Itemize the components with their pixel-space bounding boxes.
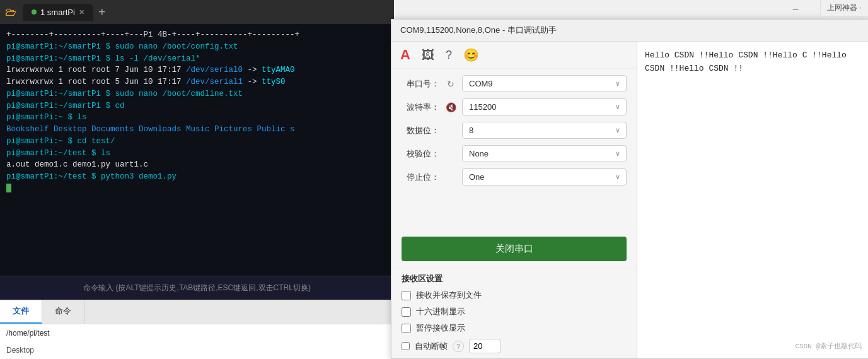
image-icon[interactable]: 🖼 xyxy=(422,48,434,62)
serial-left-panel: A 🖼 ? 😊 串口号： ↻ COM9 波特 xyxy=(391,42,637,358)
font-icon[interactable]: A xyxy=(400,47,410,63)
receive-title: 接收区设置 xyxy=(402,273,627,285)
terminal-window: 🗁 1 smartPi ✕ + +--------+----------+---… xyxy=(0,0,394,359)
top-right-label: 上网神器 · xyxy=(820,0,868,16)
terminal-line: a.out demo1.c demo1.py uart1.c xyxy=(6,159,388,171)
checkbox-pause[interactable] xyxy=(402,324,411,333)
file-path-text: /home/pi/test xyxy=(6,329,50,338)
checkbox-hex[interactable] xyxy=(402,307,411,317)
save-file-label: 接收并保存到文件 xyxy=(416,290,482,301)
serial-toolbar: A 🖼 ? 😊 xyxy=(391,42,637,69)
tab-files[interactable]: 文件 xyxy=(0,300,42,324)
terminal-line: lrwxrwxrwx 1 root root 5 Jun 10 17:17 /d… xyxy=(6,76,388,88)
desktop-row: Desktop xyxy=(0,341,394,359)
serial-title: COM9,115200,None,8,One - 串口调试助手 xyxy=(400,25,557,36)
terminal-line: lrwxrwxrwx 1 root root 7 Jun 10 17:17 /d… xyxy=(6,64,388,76)
checkbox-save-file[interactable] xyxy=(402,291,411,300)
add-tab-button[interactable]: + xyxy=(98,5,106,20)
file-path-bar: /home/pi/test xyxy=(0,324,394,341)
help-icon[interactable]: ? xyxy=(446,49,452,62)
stopbits-select-wrapper: One xyxy=(462,168,627,185)
autoframe-label: 自动断帧 xyxy=(415,341,448,352)
terminal-tab-active[interactable]: 1 smartPi ✕ xyxy=(23,4,93,21)
tab-commands[interactable]: 命令 xyxy=(42,300,84,324)
refresh-icon[interactable]: ↻ xyxy=(444,79,457,89)
terminal-line: +--------+----------+----+---Pi 4B-+----… xyxy=(6,29,388,41)
autoframe-row: 自动断帧 ? xyxy=(402,339,627,353)
desktop-item: Desktop xyxy=(6,346,34,355)
port-label: 串口号： xyxy=(402,78,439,90)
serial-dialog: COM9,115200,None,8,One - 串口调试助手 A 🖼 ? 😊 … xyxy=(391,19,868,359)
parity-label: 校验位： xyxy=(402,148,439,160)
receive-section: 接收区设置 接收并保存到文件 十六进制显示 暂停接收显示 自动断帧 ? xyxy=(391,268,637,358)
terminal-cursor xyxy=(6,184,11,192)
serial-output-panel: Hello CSDN !!Hello CSDN !!Hello C !!Hell… xyxy=(637,42,868,358)
window-controls: ─ □ ✕ 上网神器 · xyxy=(781,0,868,19)
stopbits-row: 停止位： One xyxy=(402,168,627,185)
baud-label: 波特率： xyxy=(402,102,439,113)
terminal-line: pi@smartPi:~ $ ls xyxy=(6,112,388,124)
terminal-line: pi@smartPi:~/smartPi $ sudo nano /boot/c… xyxy=(6,88,388,100)
tab-dot xyxy=(32,9,37,15)
serial-body: A 🖼 ? 😊 串口号： ↻ COM9 波特 xyxy=(391,42,868,358)
parity-select-wrapper: None xyxy=(462,145,627,162)
bottom-tab-bar: 文件 命令 xyxy=(0,300,394,324)
databits-select-wrapper: 8 xyxy=(462,122,627,139)
terminal-line: pi@smartPi:~ $ cd test/ xyxy=(6,136,388,148)
hex-label: 十六进制显示 xyxy=(416,306,465,317)
databits-label: 数据位： xyxy=(402,125,439,136)
terminal-tab-bar: 🗁 1 smartPi ✕ + xyxy=(0,0,394,24)
port-select[interactable]: COM9 xyxy=(462,75,627,92)
baud-select-wrapper: 115200 xyxy=(462,98,627,115)
checkbox-pause-receive: 暂停接收显示 xyxy=(402,322,627,334)
databits-row: 数据位： 8 xyxy=(402,122,627,139)
terminal-line: pi@smartPi:~/test $ ls xyxy=(6,148,388,160)
tab-close-icon[interactable]: ✕ xyxy=(79,8,84,16)
checkbox-save-to-file: 接收并保存到文件 xyxy=(402,290,627,301)
parity-select[interactable]: None xyxy=(462,145,627,162)
watermark: CSDN @索子也敲代码 xyxy=(795,341,862,351)
close-port-button[interactable]: 关闭串口 xyxy=(402,237,627,261)
cmd-input-hint: 命令输入 (按ALT键提示历史,TAB键路径,ESC键返回,双击CTRL切换) xyxy=(83,283,311,292)
terminal-line: pi@smartPi:~/test $ python3 demo1.py xyxy=(6,171,388,183)
port-select-wrapper: COM9 xyxy=(462,75,627,92)
terminal-line: Bookshelf Desktop Documents Downloads Mu… xyxy=(6,124,388,136)
terminal-tab-label: 1 smartPi xyxy=(40,8,75,17)
terminal-line: pi@smartPi:~/smartPi $ cd xyxy=(6,100,388,112)
serial-title-bar: COM9,115200,None,8,One - 串口调试助手 xyxy=(391,20,868,42)
terminal-body[interactable]: +--------+----------+----+---Pi 4B-+----… xyxy=(0,24,394,276)
pause-label: 暂停接收显示 xyxy=(416,322,465,334)
mute-icon: 🔇 xyxy=(444,102,457,112)
serial-output-text: Hello CSDN !!Hello CSDN !!Hello C !!Hell… xyxy=(645,49,862,341)
terminal-line: pi@smartPi:~/smartPi $ sudo nano /boot/c… xyxy=(6,41,388,53)
minimize-button[interactable]: ─ xyxy=(781,0,810,19)
databits-select[interactable]: 8 xyxy=(462,122,627,139)
terminal-cursor-line xyxy=(6,183,388,195)
stopbits-label: 停止位： xyxy=(402,172,439,183)
autoframe-input[interactable] xyxy=(469,339,501,353)
parity-row: 校验位： None xyxy=(402,145,627,162)
cmd-input-bar: 命令输入 (按ALT键提示历史,TAB键路径,ESC键返回,双击CTRL切换) xyxy=(0,276,394,300)
stopbits-select[interactable]: One xyxy=(462,168,627,185)
baud-row: 波特率： 🔇 115200 xyxy=(402,98,627,115)
autoframe-help-icon[interactable]: ? xyxy=(453,341,464,352)
checkbox-autoframe[interactable] xyxy=(402,342,410,350)
baud-select[interactable]: 115200 xyxy=(462,98,627,115)
folder-icon: 🗁 xyxy=(5,6,16,19)
emoji-icon[interactable]: 😊 xyxy=(463,47,479,62)
port-row: 串口号： ↻ COM9 xyxy=(402,75,627,92)
checkbox-hex-display: 十六进制显示 xyxy=(402,306,627,317)
terminal-line: pi@smartPi:~/smartPi $ ls -l /dev/serial… xyxy=(6,53,388,65)
serial-settings: 串口号： ↻ COM9 波特率： 🔇 115200 xyxy=(391,69,637,237)
